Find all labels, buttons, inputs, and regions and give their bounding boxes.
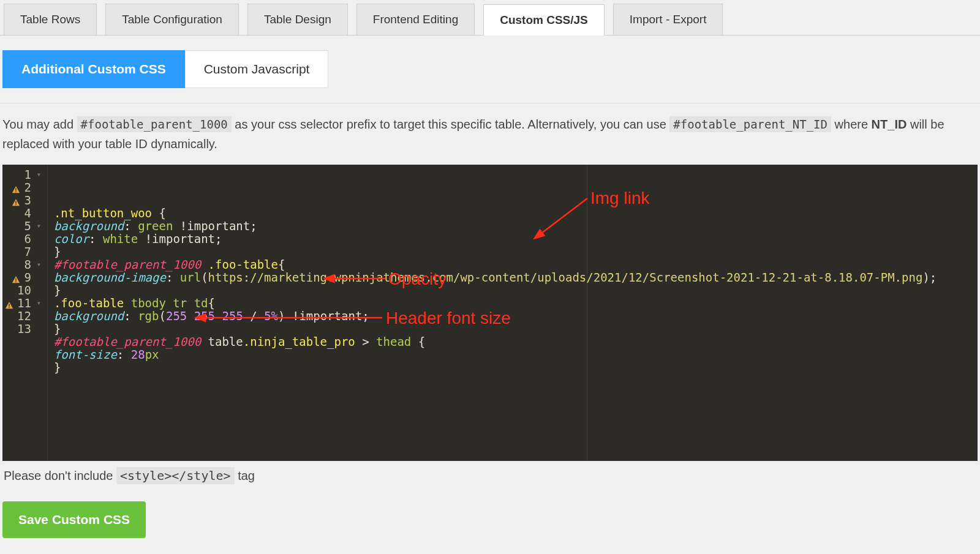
line-number: 3: [24, 194, 31, 207]
sub-tab-custom-javascript[interactable]: Custom Javascript: [185, 50, 329, 88]
svg-rect-4: [16, 278, 17, 280]
warning-icon: [12, 274, 20, 282]
warning-icon: [5, 299, 13, 308]
print-margin: [587, 165, 587, 461]
gutter-row: 8▾: [5, 258, 41, 271]
code-token: .foo-table: [208, 258, 278, 271]
code-line[interactable]: }: [54, 284, 971, 297]
code-token: #footable_parent_1000: [54, 335, 201, 348]
help-text-bold: NT_ID: [872, 118, 907, 131]
code-token: .nt_button_woo: [54, 206, 159, 220]
footer-note-prefix: Please don't include: [4, 469, 116, 482]
code-token: [201, 258, 208, 271]
line-number: 10: [17, 284, 31, 297]
code-token: {: [278, 258, 285, 271]
fold-icon[interactable]: ▾: [35, 171, 41, 179]
css-help-text: You may add #footable_parent_1000 as you…: [0, 103, 980, 165]
svg-rect-2: [16, 201, 17, 203]
fold-icon[interactable]: ▾: [35, 299, 41, 307]
code-token: }: [54, 322, 61, 335]
help-text-part: where: [835, 118, 872, 131]
code-token: [215, 309, 222, 323]
code-token: >: [355, 335, 376, 348]
fold-icon[interactable]: ▾: [35, 222, 41, 230]
code-line[interactable]: background-image: url(https://marketing.…: [54, 271, 971, 284]
selector-code-1: #footable_parent_1000: [77, 116, 232, 132]
code-token: 5%: [264, 309, 278, 323]
code-token: !important: [285, 309, 363, 323]
line-number: 9: [24, 271, 31, 284]
editor-code-area[interactable]: .nt_button_woo {background: green !impor…: [48, 165, 978, 461]
code-token: }: [54, 245, 61, 258]
code-token: {: [208, 296, 215, 310]
tab-table-configuration[interactable]: Table Configuration: [105, 4, 239, 35]
line-number: 7: [24, 245, 31, 258]
code-line[interactable]: #footable_parent_1000 table.ninja_table_…: [54, 335, 971, 348]
tab-custom-css-js[interactable]: Custom CSS/JS: [483, 4, 605, 36]
code-line[interactable]: }: [54, 323, 971, 335]
tab-table-design[interactable]: Table Design: [247, 4, 348, 35]
gutter-row: 12: [5, 310, 41, 323]
code-token: ): [278, 309, 285, 323]
code-token: }: [54, 361, 61, 374]
code-token: [187, 309, 194, 323]
tab-frontend-editing[interactable]: Frontend Editing: [356, 4, 475, 35]
line-number: 8: [24, 258, 31, 271]
warning-icon: [12, 197, 20, 205]
tab-table-rows[interactable]: Table Rows: [4, 4, 97, 35]
code-token: }: [54, 283, 61, 297]
line-number: 1: [24, 168, 31, 181]
code-token: (: [159, 309, 166, 323]
code-line[interactable]: color: white !important;: [54, 233, 971, 245]
code-line[interactable]: #footable_parent_1000 .foo-table{: [54, 258, 971, 271]
fold-icon[interactable]: ▾: [35, 261, 41, 269]
code-token: 255: [222, 309, 243, 323]
code-token: :: [124, 309, 138, 323]
code-token: color: [54, 232, 89, 245]
line-number: 2: [24, 181, 31, 194]
code-line[interactable]: .foo-table tbody tr td{: [54, 297, 971, 310]
code-line[interactable]: }: [54, 361, 971, 374]
line-number: 6: [24, 233, 31, 245]
code-token: :: [166, 271, 180, 284]
code-token: /: [243, 309, 264, 323]
selector-code-2: #footable_parent_NT_ID: [669, 116, 831, 132]
footer-note-code: <style></style>: [116, 467, 235, 484]
code-token: !important: [138, 232, 215, 245]
code-token: .ninja_table_pro: [243, 335, 355, 348]
code-token: {: [418, 335, 425, 348]
code-token: table: [201, 335, 243, 348]
code-token: 255: [166, 309, 187, 323]
code-token: ;: [215, 232, 222, 245]
code-token: :: [117, 348, 131, 361]
svg-rect-6: [9, 304, 9, 306]
gutter-row: 10: [5, 284, 41, 297]
code-token: https://marketing.wpninjathemes.com/wp-c…: [208, 271, 923, 284]
help-text-part: You may add: [2, 118, 77, 131]
code-token: font-size: [54, 348, 117, 361]
line-number: 12: [17, 310, 31, 323]
code-line[interactable]: .nt_button_woo {: [54, 207, 971, 220]
code-line[interactable]: font-size: 28px: [54, 348, 971, 361]
tab-import-export[interactable]: Import - Export: [613, 4, 723, 35]
code-token: :: [124, 219, 138, 233]
code-line[interactable]: background: rgb(255 255 255 / 5%) !impor…: [54, 310, 971, 323]
gutter-row: 6: [5, 233, 41, 245]
code-line[interactable]: }: [54, 245, 971, 258]
css-code-editor[interactable]: 1▾2345▾678▾91011▾1213 .nt_button_woo {ba…: [2, 165, 978, 461]
code-token: background: [54, 309, 124, 323]
svg-rect-3: [16, 204, 17, 204]
gutter-row: 11▾: [5, 297, 41, 310]
line-number: 11: [17, 297, 31, 310]
code-token: ;: [930, 271, 937, 284]
gutter-row: 5▾: [5, 220, 41, 233]
code-token: :: [89, 232, 103, 245]
code-token: white: [103, 232, 138, 245]
code-token: url: [180, 271, 201, 284]
code-token: .foo-table: [54, 296, 131, 310]
gutter-row: 2: [5, 181, 41, 194]
code-line[interactable]: background: green !important;: [54, 220, 971, 233]
save-custom-css-button[interactable]: Save Custom CSS: [2, 501, 146, 538]
top-tab-bar: Table RowsTable ConfigurationTable Desig…: [0, 0, 980, 36]
sub-tab-additional-custom-css[interactable]: Additional Custom CSS: [2, 50, 185, 88]
